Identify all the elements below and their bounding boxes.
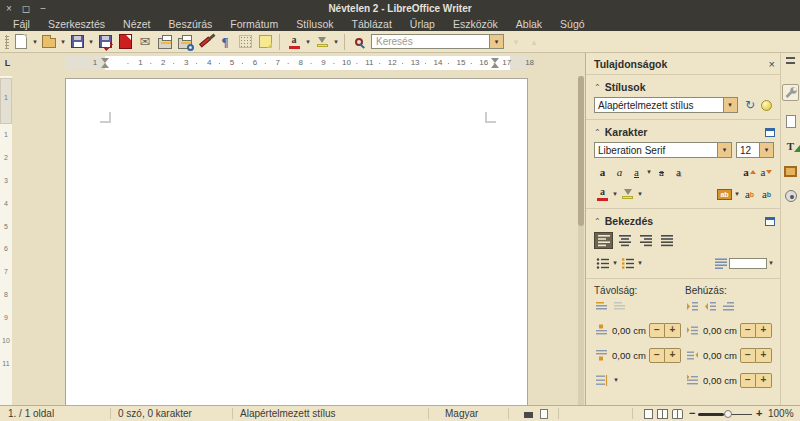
font-color-dropdown[interactable]: ▾	[304, 38, 312, 46]
numbered-list-button[interactable]	[619, 255, 636, 271]
sidebar-font-color-button[interactable]: a	[594, 186, 611, 202]
tab-navigator[interactable]	[785, 190, 797, 202]
style-dropdown-arrow[interactable]: ▾	[723, 97, 738, 113]
find-replace-button[interactable]	[350, 33, 368, 51]
zoom-out-button[interactable]: −	[689, 406, 695, 421]
open-dropdown[interactable]: ▾	[59, 38, 67, 46]
indent-after-value[interactable]: 0,00 cm	[703, 350, 740, 361]
first-line-indent-increase[interactable]: +	[756, 373, 772, 388]
sidebar-close-button[interactable]: ×	[769, 58, 775, 70]
open-button[interactable]	[40, 33, 58, 51]
font-size-dropdown-arrow[interactable]: ▾	[759, 142, 774, 158]
toolbar-grip[interactable]	[5, 35, 9, 49]
multi-page-view-icon[interactable]	[657, 409, 668, 419]
line-spacing-dropdown[interactable]: ▾	[612, 376, 620, 384]
find-next-button[interactable]: ▾	[512, 37, 520, 47]
zoom-in-button[interactable]: +	[756, 406, 762, 421]
sidebar-highlight-button[interactable]	[619, 186, 636, 202]
indent-after-decrease[interactable]: −	[740, 348, 756, 363]
menu-item[interactable]: Űrlap	[401, 17, 444, 31]
shadow-button[interactable]: a	[670, 164, 687, 180]
highlight-color-dropdown[interactable]: ▾	[332, 38, 340, 46]
save-as-button[interactable]	[96, 33, 114, 51]
new-document-dropdown[interactable]: ▾	[31, 38, 39, 46]
menu-item[interactable]: Beszúrás	[160, 17, 222, 31]
horizontal-ruler[interactable]: 1 123456789101112131415161718	[13, 55, 577, 71]
bullet-list-button[interactable]	[594, 255, 611, 271]
close-window-button[interactable]: ×	[6, 0, 12, 17]
spacing-below-value[interactable]: 0,00 cm	[612, 350, 649, 361]
vertical-ruler[interactable]: 1 1234567891011	[0, 76, 12, 405]
decrease-indent-button[interactable]	[703, 300, 718, 313]
strikethrough-button[interactable]: a	[653, 164, 670, 180]
spacing-below-decrease[interactable]: −	[649, 348, 665, 363]
align-center-button[interactable]	[615, 232, 634, 249]
indent-before-value[interactable]: 0,00 cm	[703, 325, 740, 336]
first-line-indent-decrease[interactable]: −	[740, 373, 756, 388]
find-previous-button[interactable]: ▴	[530, 37, 538, 47]
single-page-view-icon[interactable]	[644, 409, 653, 419]
indent-before-decrease[interactable]: −	[740, 323, 756, 338]
formatting-marks-button[interactable]: ¶	[216, 33, 234, 51]
increase-font-size-button[interactable]: a	[741, 164, 758, 180]
font-name-combobox[interactable]: Liberation Serif ▾	[594, 142, 732, 158]
numbered-list-dropdown[interactable]: ▾	[636, 259, 644, 267]
maximize-window-button[interactable]: ◻	[22, 0, 30, 17]
tab-page[interactable]	[786, 115, 796, 128]
tab-gallery[interactable]	[784, 166, 797, 177]
tab-styles[interactable]: T	[787, 140, 794, 152]
sidebar-highlight-dropdown[interactable]: ▾	[636, 190, 644, 198]
tab-properties[interactable]	[782, 84, 799, 101]
decrease-font-size-button[interactable]: a	[758, 164, 775, 180]
paragraph-background-button[interactable]	[712, 255, 729, 271]
align-left-button[interactable]	[594, 232, 613, 249]
language-status[interactable]: Magyar	[445, 406, 478, 421]
new-style-button[interactable]	[758, 97, 775, 113]
menu-item[interactable]: Nézet	[114, 17, 159, 31]
update-style-button[interactable]: ↻	[742, 97, 759, 113]
font-color-button[interactable]: a	[285, 33, 303, 51]
character-collapse-icon[interactable]: ⌃	[594, 128, 601, 137]
vertical-scrollbar[interactable]	[578, 76, 584, 405]
bold-button[interactable]: a	[594, 164, 611, 180]
highlight-color-button[interactable]	[313, 33, 331, 51]
grid-button[interactable]	[236, 33, 254, 51]
print-preview-button[interactable]	[176, 33, 194, 51]
indent-before-increase[interactable]: +	[756, 323, 772, 338]
menu-item[interactable]: Súgó	[551, 17, 594, 31]
paragraph-background-swatch[interactable]	[729, 258, 767, 269]
spacing-above-increase[interactable]: +	[665, 323, 681, 338]
sidebar-settings-button[interactable]	[786, 57, 795, 64]
scrollbar-thumb[interactable]	[578, 76, 584, 226]
align-right-button[interactable]	[636, 232, 655, 249]
export-pdf-button[interactable]	[116, 33, 134, 51]
indent-after-increase[interactable]: +	[756, 348, 772, 363]
document-page[interactable]	[65, 78, 528, 405]
minimize-window-button[interactable]: −	[40, 0, 46, 17]
font-size-combobox[interactable]: 12 ▾	[736, 142, 774, 158]
word-count-status[interactable]: 0 szó, 0 karakter	[118, 406, 192, 421]
sidebar-font-color-dropdown[interactable]: ▾	[611, 190, 619, 198]
page-count-status[interactable]: 1. / 1 oldal	[8, 406, 54, 421]
book-view-icon[interactable]	[672, 409, 683, 419]
save-button[interactable]	[68, 33, 86, 51]
email-document-button[interactable]: ✉	[136, 33, 154, 51]
styles-collapse-icon[interactable]: ⌃	[594, 83, 601, 92]
paragraph-style-combobox[interactable]: Alapértelmezett stílus ▾	[594, 97, 738, 113]
menu-item[interactable]: Szerkesztés	[39, 17, 114, 31]
bullet-list-dropdown[interactable]: ▾	[611, 259, 619, 267]
line-spacing-button[interactable]	[594, 374, 609, 387]
paragraph-background-dropdown[interactable]: ▾	[767, 259, 775, 267]
tab-stop-selector[interactable]: L	[2, 56, 13, 70]
save-dropdown[interactable]: ▾	[87, 38, 95, 46]
character-more-options-icon[interactable]	[765, 128, 775, 137]
character-spacing-dropdown[interactable]: ▾	[733, 190, 741, 198]
paragraph-more-options-icon[interactable]	[765, 217, 775, 226]
spacing-above-decrease[interactable]: −	[649, 323, 665, 338]
menu-item[interactable]: Fájl	[4, 17, 39, 31]
insert-mode-icon[interactable]	[524, 412, 533, 418]
clone-formatting-button[interactable]	[196, 33, 214, 51]
menu-item[interactable]: Táblázat	[343, 17, 401, 31]
page-style-status[interactable]: Alapértelmezett stílus	[240, 406, 336, 421]
menu-item[interactable]: Formátum	[221, 17, 287, 31]
